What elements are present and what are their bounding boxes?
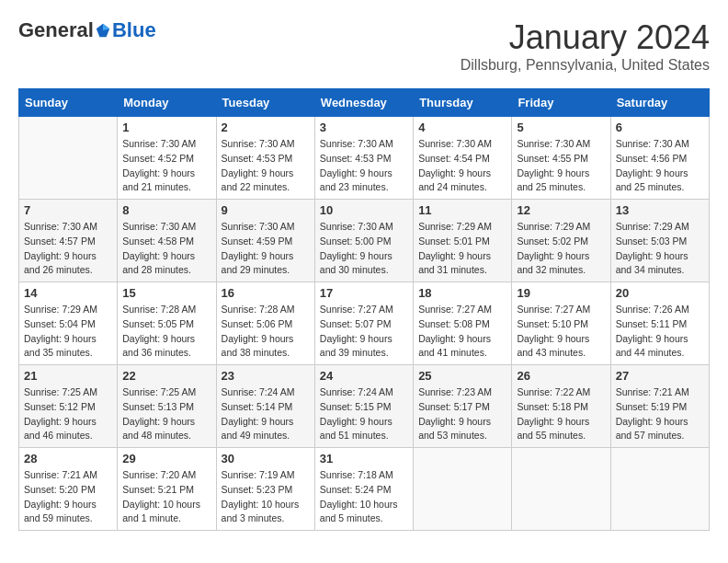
- calendar-cell: 5Sunrise: 7:30 AMSunset: 4:55 PMDaylight…: [512, 117, 610, 200]
- day-detail: Sunrise: 7:25 AMSunset: 5:13 PMDaylight:…: [122, 385, 210, 443]
- day-number: 20: [616, 286, 704, 300]
- day-number: 26: [517, 369, 605, 383]
- col-header-sunday: Sunday: [19, 89, 118, 117]
- day-detail: Sunrise: 7:27 AMSunset: 5:08 PMDaylight:…: [418, 303, 506, 361]
- col-header-wednesday: Wednesday: [314, 89, 413, 117]
- day-number: 2: [222, 121, 310, 134]
- calendar-cell: 3Sunrise: 7:30 AMSunset: 4:53 PMDaylight…: [314, 117, 413, 200]
- logo-blue: Blue: [112, 18, 156, 42]
- calendar-cell: 8Sunrise: 7:30 AMSunset: 4:58 PMDaylight…: [118, 200, 216, 282]
- calendar-cell: 24Sunrise: 7:24 AMSunset: 5:15 PMDayligh…: [314, 365, 413, 448]
- location: Dillsburg, Pennsylvania, United States: [461, 57, 710, 74]
- calendar-cell: 1Sunrise: 7:30 AMSunset: 4:52 PMDaylight…: [118, 117, 216, 200]
- calendar-cell: [512, 448, 610, 531]
- calendar: SundayMondayTuesdayWednesdayThursdayFrid…: [18, 88, 710, 531]
- day-detail: Sunrise: 7:30 AMSunset: 4:57 PMDaylight:…: [24, 220, 112, 278]
- day-detail: Sunrise: 7:27 AMSunset: 5:10 PMDaylight:…: [517, 303, 605, 361]
- day-detail: Sunrise: 7:30 AMSunset: 4:53 PMDaylight:…: [320, 137, 408, 195]
- day-number: 29: [122, 452, 210, 465]
- col-header-tuesday: Tuesday: [216, 89, 314, 117]
- day-detail: Sunrise: 7:28 AMSunset: 5:06 PMDaylight:…: [222, 303, 310, 361]
- day-number: 24: [320, 369, 408, 383]
- day-number: 1: [122, 121, 210, 134]
- day-number: 21: [24, 369, 112, 383]
- day-number: 16: [222, 286, 310, 300]
- day-detail: Sunrise: 7:30 AMSunset: 4:52 PMDaylight:…: [122, 137, 210, 195]
- calendar-cell: 10Sunrise: 7:30 AMSunset: 5:00 PMDayligh…: [314, 200, 413, 282]
- day-detail: Sunrise: 7:27 AMSunset: 5:07 PMDaylight:…: [320, 303, 408, 361]
- page-header: General Blue January 2024 Dillsburg, Pen…: [18, 18, 710, 74]
- calendar-cell: 14Sunrise: 7:29 AMSunset: 5:04 PMDayligh…: [19, 282, 118, 365]
- col-header-monday: Monday: [118, 89, 216, 117]
- day-detail: Sunrise: 7:29 AMSunset: 5:01 PMDaylight:…: [418, 220, 506, 278]
- day-number: 5: [517, 121, 605, 134]
- calendar-cell: 25Sunrise: 7:23 AMSunset: 5:17 PMDayligh…: [414, 365, 512, 448]
- day-number: 14: [24, 286, 112, 300]
- day-number: 13: [616, 203, 704, 217]
- logo: General Blue: [18, 18, 156, 42]
- day-detail: Sunrise: 7:19 AMSunset: 5:23 PMDaylight:…: [222, 468, 310, 526]
- day-detail: Sunrise: 7:20 AMSunset: 5:21 PMDaylight:…: [122, 468, 210, 526]
- day-detail: Sunrise: 7:30 AMSunset: 4:53 PMDaylight:…: [222, 137, 310, 195]
- calendar-cell: 17Sunrise: 7:27 AMSunset: 5:07 PMDayligh…: [314, 282, 413, 365]
- day-detail: Sunrise: 7:25 AMSunset: 5:12 PMDaylight:…: [24, 385, 112, 443]
- day-number: 7: [24, 203, 112, 217]
- calendar-cell: [414, 448, 512, 531]
- day-detail: Sunrise: 7:29 AMSunset: 5:03 PMDaylight:…: [616, 220, 704, 278]
- calendar-cell: 6Sunrise: 7:30 AMSunset: 4:56 PMDaylight…: [610, 117, 709, 200]
- day-number: 6: [616, 121, 704, 134]
- calendar-cell: 26Sunrise: 7:22 AMSunset: 5:18 PMDayligh…: [512, 365, 610, 448]
- day-number: 11: [418, 203, 506, 217]
- day-detail: Sunrise: 7:30 AMSunset: 4:55 PMDaylight:…: [517, 137, 605, 195]
- calendar-cell: 11Sunrise: 7:29 AMSunset: 5:01 PMDayligh…: [414, 200, 512, 282]
- day-detail: Sunrise: 7:23 AMSunset: 5:17 PMDaylight:…: [418, 385, 506, 443]
- calendar-cell: 21Sunrise: 7:25 AMSunset: 5:12 PMDayligh…: [19, 365, 118, 448]
- day-detail: Sunrise: 7:29 AMSunset: 5:04 PMDaylight:…: [24, 303, 112, 361]
- calendar-cell: 16Sunrise: 7:28 AMSunset: 5:06 PMDayligh…: [216, 282, 314, 365]
- logo-text: General Blue: [18, 18, 156, 42]
- calendar-cell: 27Sunrise: 7:21 AMSunset: 5:19 PMDayligh…: [610, 365, 709, 448]
- calendar-cell: [610, 448, 709, 531]
- calendar-cell: 28Sunrise: 7:21 AMSunset: 5:20 PMDayligh…: [19, 448, 118, 531]
- day-number: 18: [418, 286, 506, 300]
- day-detail: Sunrise: 7:21 AMSunset: 5:19 PMDaylight:…: [616, 385, 704, 443]
- day-number: 10: [320, 203, 408, 217]
- calendar-cell: 31Sunrise: 7:18 AMSunset: 5:24 PMDayligh…: [314, 448, 413, 531]
- day-number: 23: [222, 369, 310, 383]
- day-detail: Sunrise: 7:26 AMSunset: 5:11 PMDaylight:…: [616, 303, 704, 361]
- calendar-cell: 20Sunrise: 7:26 AMSunset: 5:11 PMDayligh…: [610, 282, 709, 365]
- day-detail: Sunrise: 7:30 AMSunset: 5:00 PMDaylight:…: [320, 220, 408, 278]
- day-number: 19: [517, 286, 605, 300]
- calendar-cell: 22Sunrise: 7:25 AMSunset: 5:13 PMDayligh…: [118, 365, 216, 448]
- day-number: 17: [320, 286, 408, 300]
- col-header-friday: Friday: [512, 89, 610, 117]
- month-title: January 2024: [461, 18, 710, 57]
- day-detail: Sunrise: 7:24 AMSunset: 5:14 PMDaylight:…: [222, 385, 310, 443]
- calendar-cell: 30Sunrise: 7:19 AMSunset: 5:23 PMDayligh…: [216, 448, 314, 531]
- calendar-cell: 12Sunrise: 7:29 AMSunset: 5:02 PMDayligh…: [512, 200, 610, 282]
- title-section: January 2024 Dillsburg, Pennsylvania, Un…: [461, 18, 710, 74]
- day-number: 4: [418, 121, 506, 134]
- day-number: 27: [616, 369, 704, 383]
- day-detail: Sunrise: 7:30 AMSunset: 4:56 PMDaylight:…: [616, 137, 704, 195]
- day-detail: Sunrise: 7:24 AMSunset: 5:15 PMDaylight:…: [320, 385, 408, 443]
- day-number: 25: [418, 369, 506, 383]
- day-number: 31: [320, 452, 408, 465]
- calendar-cell: 7Sunrise: 7:30 AMSunset: 4:57 PMDaylight…: [19, 200, 118, 282]
- calendar-cell: 13Sunrise: 7:29 AMSunset: 5:03 PMDayligh…: [610, 200, 709, 282]
- day-number: 15: [122, 286, 210, 300]
- calendar-cell: 18Sunrise: 7:27 AMSunset: 5:08 PMDayligh…: [414, 282, 512, 365]
- day-detail: Sunrise: 7:30 AMSunset: 4:54 PMDaylight:…: [418, 137, 506, 195]
- day-number: 22: [122, 369, 210, 383]
- day-number: 8: [122, 203, 210, 217]
- day-detail: Sunrise: 7:21 AMSunset: 5:20 PMDaylight:…: [24, 468, 112, 526]
- day-number: 28: [24, 452, 112, 465]
- calendar-cell: 15Sunrise: 7:28 AMSunset: 5:05 PMDayligh…: [118, 282, 216, 365]
- calendar-cell: 2Sunrise: 7:30 AMSunset: 4:53 PMDaylight…: [216, 117, 314, 200]
- col-header-saturday: Saturday: [610, 89, 709, 117]
- day-detail: Sunrise: 7:30 AMSunset: 4:59 PMDaylight:…: [222, 220, 310, 278]
- day-detail: Sunrise: 7:29 AMSunset: 5:02 PMDaylight:…: [517, 220, 605, 278]
- day-number: 30: [222, 452, 310, 465]
- day-detail: Sunrise: 7:28 AMSunset: 5:05 PMDaylight:…: [122, 303, 210, 361]
- calendar-cell: 29Sunrise: 7:20 AMSunset: 5:21 PMDayligh…: [118, 448, 216, 531]
